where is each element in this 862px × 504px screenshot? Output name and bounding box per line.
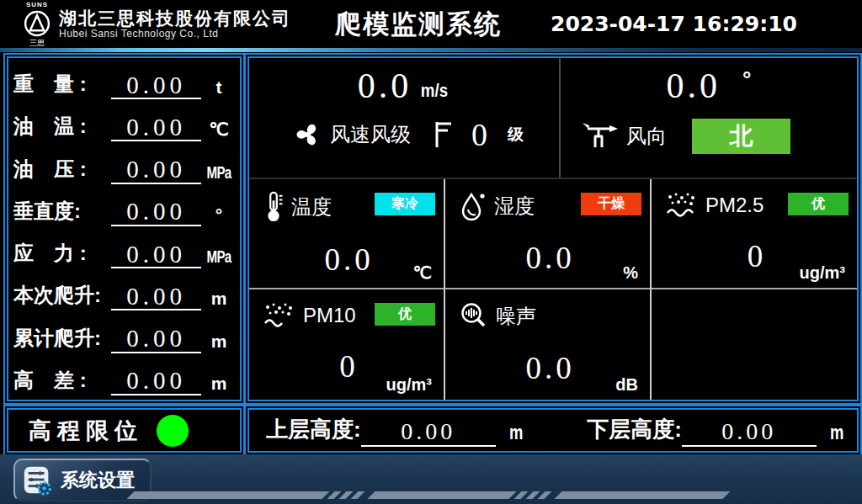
environment-panel: 0.0 m/s 风速风级 xyxy=(244,53,862,405)
sensor-value: 0.0 xyxy=(263,241,435,278)
wind-section: 0.0 m/s 风速风级 xyxy=(249,58,857,178)
wind-direction-value: 0.0 xyxy=(667,68,721,103)
metric-value: 0.00 xyxy=(111,241,201,268)
monitoring-screen: SUNS 三思 湖北三思科技股份有限公司 Hubei Sansi Technol… xyxy=(0,0,862,504)
sensor-cell-humidity: 湿度 干燥 0.0 % xyxy=(445,179,652,289)
particles-icon xyxy=(263,301,296,330)
sensor-label: 温度 xyxy=(291,194,332,220)
metric-row-weight: 重 量 : 0.00 t xyxy=(13,62,237,99)
metric-row-height-difference: 高 差 : 0.00 m xyxy=(13,358,237,395)
upper-height-unit: m xyxy=(509,422,523,447)
sensor-unit: % xyxy=(623,263,638,283)
metric-unit: ℃ xyxy=(201,119,237,141)
metric-unit: ° xyxy=(201,204,237,226)
metric-label: 高 差 : xyxy=(13,367,111,395)
wind-direction-reading: 北 xyxy=(692,119,790,154)
settings-button-label: 系统设置 xyxy=(61,468,135,493)
droplet-icon xyxy=(459,191,487,221)
status-badge: 干燥 xyxy=(581,193,641,215)
metric-value: 0.00 xyxy=(111,114,201,141)
header-divider xyxy=(0,48,862,52)
metric-value: 0.00 xyxy=(111,284,201,310)
metrics-panel: 重 量 : 0.00 t 油 温 : 0.00 ℃ 油 压 : 0.00 MPa… xyxy=(3,53,245,405)
settings-sliders-gear-icon xyxy=(22,464,54,496)
logo-emblem-icon xyxy=(22,8,52,39)
wind-scale-value: 0 xyxy=(471,119,487,151)
layer-heights-box: 上层高度: 0.00 m 下层高度: 0.00 m xyxy=(244,405,862,456)
elevation-limit-status-light xyxy=(157,415,189,447)
wind-vane-icon xyxy=(581,121,620,151)
sensor-value: 0.0 xyxy=(459,350,641,386)
metric-unit: m xyxy=(201,332,237,353)
metric-label: 重 量 : xyxy=(13,71,111,99)
metric-row-oil-pressure: 油 压 : 0.00 MPa xyxy=(13,147,237,184)
wind-direction-unit: ° xyxy=(742,66,751,93)
metric-unit: t xyxy=(201,77,237,99)
wind-direction-label: 风向 xyxy=(626,123,667,150)
elevation-limit-label: 高程限位 xyxy=(29,416,143,446)
metric-label: 累计爬升: xyxy=(13,325,111,353)
particles-icon xyxy=(665,191,699,220)
sensor-unit: ug/m³ xyxy=(800,263,845,283)
footer-bar: 系统设置 xyxy=(0,454,862,504)
metric-value: 0.00 xyxy=(111,157,201,183)
wind-speed-value: 0.0 xyxy=(358,68,412,103)
sensor-grid: 温度 寒冷 0.0 ℃ 湿度 干燥 xyxy=(249,178,857,400)
footer-decor-stripe xyxy=(130,491,726,499)
metric-row-stress: 应 力 : 0.00 MPa xyxy=(13,231,237,268)
company-name: 湖北三思科技股份有限公司 Hubei Sansi Technology Co.,… xyxy=(59,8,291,40)
metric-row-oil-temp: 油 温 : 0.00 ℃ xyxy=(13,104,237,141)
status-badge: 优 xyxy=(788,193,849,215)
header: SUNS 三思 湖北三思科技股份有限公司 Hubei Sansi Technol… xyxy=(0,0,862,48)
metric-value: 0.00 xyxy=(111,326,201,353)
sensor-cell-noise: 噪声 0.0 dB xyxy=(445,289,652,400)
wind-direction-block: 0.0 ° xyxy=(561,58,857,178)
lower-height-unit: m xyxy=(830,422,843,447)
wind-speed-block: 0.0 m/s 风速风级 xyxy=(249,58,561,178)
sensor-label: 湿度 xyxy=(494,193,535,220)
page-title: 爬模监测系统 xyxy=(335,7,502,42)
metric-label: 油 压 : xyxy=(13,156,111,184)
wind-speed-unit: m/s xyxy=(421,80,448,102)
metric-row-total-climb: 累计爬升: 0.00 m xyxy=(13,316,237,353)
metric-label: 垂直度: xyxy=(13,198,111,226)
logo-text-top: SUNS xyxy=(26,2,48,8)
metric-label: 本次爬升: xyxy=(13,282,111,310)
sensor-unit: ℃ xyxy=(413,263,432,283)
upper-height-label: 上层高度: xyxy=(266,415,361,447)
sensor-cell-temperature: 温度 寒冷 0.0 ℃ xyxy=(249,179,445,289)
wind-scale-unit: 级 xyxy=(508,124,524,146)
lower-height-field: 下层高度: 0.00 m xyxy=(587,415,845,447)
metric-value: 0.00 xyxy=(111,199,201,225)
sensor-label: PM10 xyxy=(303,304,356,327)
fan-icon xyxy=(293,119,323,150)
status-badge: 寒冷 xyxy=(375,193,435,215)
metric-value: 0.00 xyxy=(111,368,201,395)
elevation-limit-box: 高程限位 xyxy=(3,405,245,456)
sensor-label: PM2.5 xyxy=(705,194,764,217)
noise-meter-icon xyxy=(459,301,489,332)
logo-text-bottom: 三思 xyxy=(29,40,45,47)
sensor-cell-empty xyxy=(652,289,857,400)
metric-unit: MPa xyxy=(206,247,231,268)
sensor-value: 0.0 xyxy=(459,240,641,276)
sensor-label: 噪声 xyxy=(496,303,536,330)
lower-height-value: 0.00 xyxy=(682,419,817,447)
metric-label: 应 力 : xyxy=(13,240,111,268)
metric-unit: m xyxy=(201,374,237,395)
metric-row-verticality: 垂直度: 0.00 ° xyxy=(13,189,237,226)
company-name-en: Hubei Sansi Technology Co., Ltd xyxy=(59,29,291,40)
datetime-display: 2023-04-17 16:29:10 xyxy=(551,12,797,36)
upper-height-value: 0.00 xyxy=(361,419,496,447)
company-logo: SUNS 三思 xyxy=(22,2,52,47)
wind-flag-icon xyxy=(433,119,453,150)
sensor-cell-pm25: PM2.5 优 0 ug/m³ xyxy=(652,179,857,289)
thermometer-icon xyxy=(263,191,285,223)
sensor-unit: ug/m³ xyxy=(386,375,432,395)
wind-scale-label: 风速风级 xyxy=(330,121,411,148)
sensor-unit: dB xyxy=(615,375,638,395)
metric-row-current-climb: 本次爬升: 0.00 m xyxy=(13,273,237,310)
company-name-cn: 湖北三思科技股份有限公司 xyxy=(59,8,291,29)
metric-value: 0.00 xyxy=(111,72,201,99)
metric-unit: m xyxy=(201,289,237,310)
